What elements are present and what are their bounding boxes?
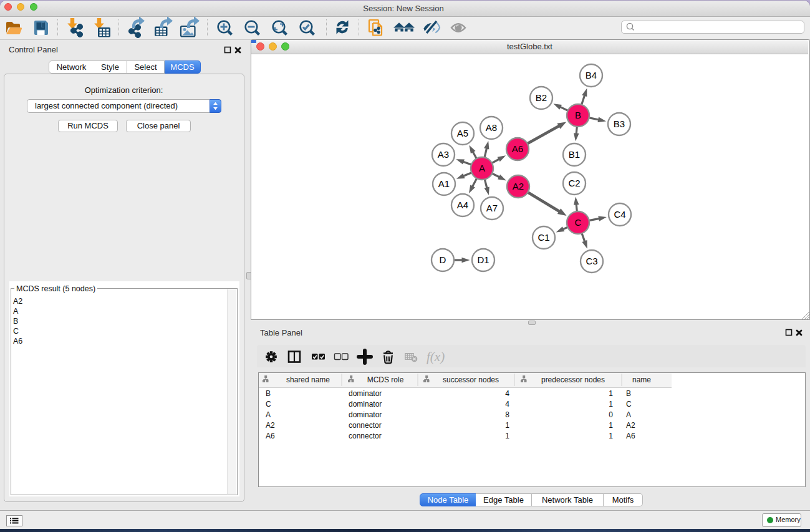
svg-text:C2: C2 [568, 178, 580, 188]
svg-text:C3: C3 [586, 256, 597, 266]
svg-text:B3: B3 [614, 118, 625, 129]
svg-text:dominator: dominator [349, 410, 382, 419]
svg-text:B: B [575, 110, 581, 120]
svg-text:C: C [575, 217, 582, 228]
svg-text:C: C [266, 400, 271, 409]
svg-text:A6: A6 [512, 143, 523, 154]
svg-text:4: 4 [505, 400, 509, 409]
svg-text:A3: A3 [438, 149, 449, 160]
svg-text:predecessor nodes: predecessor nodes [541, 375, 605, 384]
svg-text:1: 1 [505, 421, 509, 430]
svg-text:A6: A6 [626, 432, 635, 440]
svg-text:C1: C1 [538, 232, 549, 243]
svg-text:A7: A7 [486, 203, 498, 213]
svg-text:D1: D1 [477, 254, 489, 265]
svg-text:1: 1 [609, 389, 613, 398]
svg-text:A2: A2 [266, 421, 275, 430]
svg-text:A: A [626, 410, 631, 419]
svg-text:A4: A4 [457, 200, 468, 210]
svg-text:shared name: shared name [286, 375, 330, 384]
svg-text:A2: A2 [513, 181, 524, 191]
svg-text:successor nodes: successor nodes [443, 375, 499, 384]
svg-text:1: 1 [609, 400, 613, 409]
svg-text:A6: A6 [266, 432, 275, 440]
svg-text:B2: B2 [536, 92, 547, 103]
svg-text:C: C [626, 400, 632, 409]
svg-text:dominator: dominator [349, 400, 382, 409]
svg-text:C4: C4 [614, 209, 625, 220]
svg-text:connector: connector [349, 421, 382, 430]
svg-text:8: 8 [505, 410, 509, 419]
svg-text:B1: B1 [569, 149, 580, 160]
svg-text:A8: A8 [486, 122, 497, 133]
svg-text:A: A [266, 410, 271, 419]
svg-text:D: D [440, 254, 446, 265]
svg-text:f(x): f(x) [427, 349, 445, 364]
svg-text:dominator: dominator [349, 389, 382, 398]
svg-text:1: 1 [609, 432, 613, 440]
svg-text:A: A [479, 163, 485, 173]
svg-text:0: 0 [609, 410, 613, 419]
svg-text:connector: connector [349, 432, 382, 440]
svg-text:A2: A2 [626, 421, 635, 430]
svg-text:A5: A5 [457, 128, 468, 138]
svg-text:4: 4 [505, 389, 509, 398]
svg-text:MCDS role: MCDS role [367, 375, 404, 384]
svg-text:A1: A1 [438, 178, 450, 189]
svg-text:B4: B4 [586, 70, 597, 80]
svg-text:1: 1 [609, 421, 613, 430]
svg-text:B: B [266, 389, 271, 398]
svg-text:1: 1 [505, 432, 509, 440]
svg-text:B: B [626, 389, 631, 398]
svg-text:name: name [632, 375, 651, 384]
